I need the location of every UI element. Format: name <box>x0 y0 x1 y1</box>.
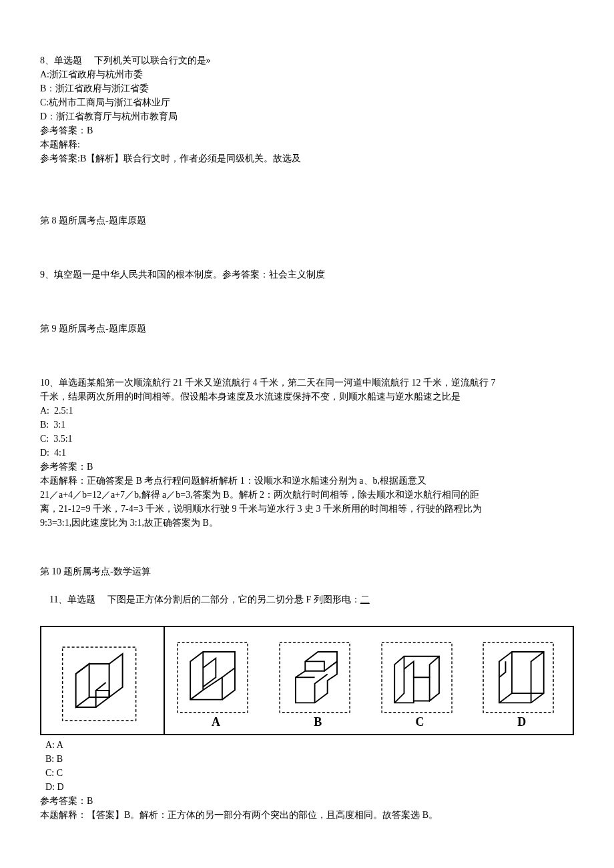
q11-label-a: A <box>165 713 267 731</box>
q11-option-c: C: C <box>45 766 574 780</box>
q11-answer: 参考答案：B <box>40 794 574 808</box>
q8-option-c: C:杭州市工商局与浙江省林业厅 <box>40 95 574 109</box>
q11-figure-a: A <box>165 627 267 734</box>
q8-explain-label: 本题解释: <box>40 137 574 151</box>
spacer <box>40 282 574 322</box>
svg-rect-0 <box>63 647 136 721</box>
q10-topic: 第 10 题所属考点-数学运算 <box>40 564 574 578</box>
q10-explain-4: 9:3=3:1,因此速度比为 3:1,故正确答案为 B。 <box>40 516 574 530</box>
q11-figure: A B <box>40 626 574 735</box>
q10-option-b: B: 3:1 <box>40 418 574 432</box>
q11-figure-b: B <box>267 627 369 734</box>
q10-prompt-line2: 千米，结果两次所用的时间相等。假设船本身速度及水流速度保持不变，则顺水船速与逆水… <box>40 390 574 404</box>
q11-label-c: C <box>369 713 471 731</box>
q11-label-d: D <box>471 713 573 731</box>
q11-prompt-text: 11、单选题 下图是正方体分割后的二部分，它的另二切分悬 F 列图形电： <box>49 594 360 604</box>
q8-prompt: 8、单选题 下列机关可以联合行文的是» <box>40 53 574 67</box>
spacer <box>40 538 574 564</box>
q11-figure-stem <box>41 627 165 734</box>
q10-explain-3: 离，21-12=9 千米，7-4=3 千米，说明顺水行驶 9 千米与逆水行 3 … <box>40 502 574 516</box>
q10-explain-2: 21／a+4／b=12／a+7／b,解得 a／b=3,答案为 B。解析 2：两次… <box>40 488 574 502</box>
q8-option-a: A:浙江省政府与杭州市委 <box>40 67 574 81</box>
q11-figure-c: C <box>369 627 471 734</box>
spacer <box>40 173 574 213</box>
q11-options: A: A B: B C: C D: D <box>40 738 574 794</box>
question-10: 10、单选题某船第一次顺流航行 21 千米又逆流航行 4 千米，第二天在同一河道… <box>40 376 574 530</box>
q10-option-a: A: 2.5:1 <box>40 404 574 418</box>
q10-option-c: C: 3.5:1 <box>40 432 574 446</box>
q8-option-b: B：浙江省政府与浙江省委 <box>40 81 574 95</box>
document-page: 8、单选题 下列机关可以联合行文的是» A:浙江省政府与杭州市委 B：浙江省政府… <box>0 0 614 862</box>
spacer <box>40 228 574 268</box>
q11-explain: 本题解释：【答案】B。解析：正方体的另一部分有两个突出的部位，且高度相同。故答案… <box>40 808 574 822</box>
cube-stem-icon <box>41 627 164 734</box>
q11-option-a: A: A <box>45 738 574 752</box>
q8-answer: 参考答案：B <box>40 123 574 137</box>
q11-option-b: B: B <box>45 752 574 766</box>
q9-topic: 第 9 题所属考点-题库原题 <box>40 322 574 336</box>
q11-prompt-underline: 二 <box>360 594 370 604</box>
q10-explain-1: 本题解释：正确答案是 B 考点行程问题解析解析 1：设顺水和逆水船速分别为 a、… <box>40 474 574 488</box>
q10-prompt-line1: 10、单选题某船第一次顺流航行 21 千米又逆流航行 4 千米，第二天在同一河道… <box>40 376 574 390</box>
q8-explain-text: 参考答案:B【解析】联合行文时，作者必须是同级机关。故选及 <box>40 151 574 165</box>
q9-prompt: 9、填空题一是中华人民共和国的根本制度。参考答案：社会主义制度 <box>40 268 574 282</box>
q11-label-b: B <box>267 713 369 731</box>
q10-option-d: D: 4:1 <box>40 446 574 460</box>
q11-figure-d: D <box>471 627 573 734</box>
question-8: 8、单选题 下列机关可以联合行文的是» A:浙江省政府与杭州市委 B：浙江省政府… <box>40 53 574 165</box>
q10-answer: 参考答案：B <box>40 460 574 474</box>
q8-option-d: D：浙江省教育厅与杭州市教育局 <box>40 109 574 123</box>
q11-option-d: D: D <box>45 780 574 794</box>
q8-topic: 第 8 题所属考点-题库原题 <box>40 213 574 228</box>
spacer <box>40 336 574 376</box>
svg-rect-1 <box>178 642 248 713</box>
q11-prompt: 11、单选题 下图是正方体分割后的二部分，它的另二切分悬 F 列图形电：二 <box>40 578 574 620</box>
